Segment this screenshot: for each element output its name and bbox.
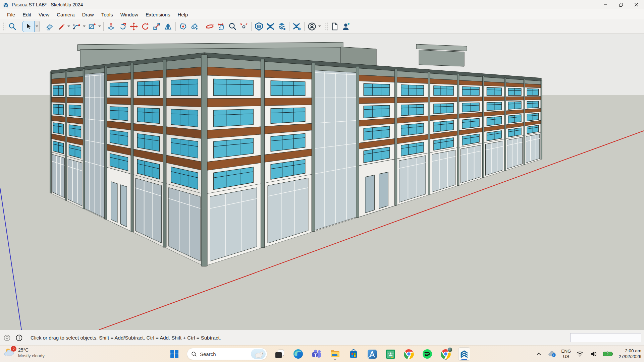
close-button[interactable] [629, 0, 644, 9]
extension-manager-icon[interactable] [291, 21, 303, 32]
orbit-tool-icon[interactable] [204, 21, 215, 32]
sketchup-app-icon[interactable] [458, 347, 470, 361]
rectangle-tool-icon[interactable] [86, 21, 98, 32]
account-dropdown[interactable] [318, 25, 321, 27]
flip-tool-icon[interactable] [162, 21, 174, 32]
move-tool-icon[interactable] [128, 21, 140, 32]
search-placeholder: Search [200, 351, 248, 357]
measurements-input[interactable] [570, 333, 641, 342]
3d-viewport[interactable] [0, 34, 644, 330]
clock-widget[interactable]: 2:00 am 27/02/2026 [619, 348, 641, 360]
menu-tools[interactable]: Tools [98, 10, 117, 19]
volume-icon[interactable] [589, 349, 598, 359]
arc-tool-icon[interactable] [71, 21, 82, 32]
share-model-icon[interactable] [276, 21, 287, 32]
rectangle-tool-dropdown[interactable] [98, 25, 101, 27]
weather-badge: 2 [11, 346, 16, 352]
new-document-icon[interactable] [329, 21, 340, 32]
profile-avatar [447, 347, 452, 352]
paint-bucket-tool-icon[interactable] [189, 21, 200, 32]
onedrive-icon[interactable] [548, 349, 556, 359]
search-icon [191, 351, 197, 357]
autocad-icon[interactable] [366, 347, 378, 361]
model-info-icon[interactable] [14, 333, 24, 343]
select-tool-dropdown[interactable] [35, 21, 40, 32]
geolocation-icon[interactable] [2, 333, 12, 343]
taskbar: 2 25°C Mostly cloudy Search [0, 345, 644, 362]
region-code: US [563, 354, 569, 359]
minimize-button[interactable] [598, 0, 613, 9]
desktop: Pascua ST LAB* - SketchUp 2024 File Edit… [0, 0, 644, 362]
wifi-icon[interactable] [576, 349, 584, 359]
extension-warehouse-icon[interactable] [265, 21, 276, 32]
spotify-icon[interactable] [421, 347, 433, 361]
google-classroom-icon[interactable] [384, 347, 396, 361]
tray-time: 2:00 am [625, 348, 641, 354]
menu-edit[interactable]: Edit [19, 10, 35, 19]
menu-view[interactable]: View [35, 10, 53, 19]
microsoft-store-icon[interactable] [347, 347, 360, 361]
taskbar-search[interactable]: Search [187, 348, 267, 360]
running-indicator [334, 359, 336, 360]
menu-help[interactable]: Help [174, 10, 192, 19]
sketchup-logo-icon [3, 2, 9, 8]
toolbar [0, 19, 644, 34]
offset-tool-icon[interactable] [177, 21, 189, 32]
search-tool-icon[interactable] [7, 21, 18, 32]
pan-tool-icon[interactable] [215, 21, 227, 32]
title-bar: Pascua ST LAB* - SketchUp 2024 [0, 0, 644, 9]
weather-temp: 25°C [18, 347, 45, 353]
status-bar: Click or drag to select objects. Shift =… [0, 330, 644, 345]
line-tool-icon[interactable] [55, 21, 67, 32]
menu-window[interactable]: Window [117, 10, 142, 19]
file-explorer-icon[interactable] [329, 347, 341, 361]
language-switcher[interactable]: ENG US [561, 349, 571, 359]
menu-bar: File Edit View Camera Draw Tools Window … [0, 9, 644, 19]
scale-tool-icon[interactable] [151, 21, 162, 32]
line-tool-dropdown[interactable] [67, 25, 70, 27]
rotate-tool-icon[interactable] [140, 21, 151, 32]
menu-extensions[interactable]: Extensions [142, 10, 174, 19]
tray-date: 27/02/2026 [619, 354, 641, 360]
search-highlight-bear-image[interactable] [251, 349, 266, 359]
menu-camera[interactable]: Camera [53, 10, 78, 19]
eraser-tool-icon[interactable] [44, 21, 55, 32]
weather-widget[interactable]: 2 25°C Mostly cloudy [3, 347, 45, 359]
chrome-profile-icon[interactable] [440, 347, 452, 361]
battery-charging-icon[interactable] [602, 349, 614, 359]
zoom-extents-tool-icon[interactable] [238, 21, 250, 32]
edge-icon[interactable] [292, 347, 304, 361]
select-tool-icon[interactable] [22, 21, 35, 32]
add-collaborator-icon[interactable] [340, 21, 352, 32]
select-tool[interactable] [22, 21, 40, 32]
menu-draw[interactable]: Draw [78, 10, 98, 19]
chrome-icon[interactable] [403, 347, 415, 361]
toolbar-grip-2[interactable] [325, 22, 328, 31]
weather-condition: Mostly cloudy [18, 353, 45, 359]
3d-warehouse-icon[interactable] [253, 21, 265, 32]
tray-chevron-up-icon[interactable] [534, 349, 543, 359]
push-pull-tool-icon[interactable] [105, 21, 117, 32]
restore-button[interactable] [613, 0, 629, 9]
system-tray: ENG US 2:00 am 27/02/2026 [534, 346, 641, 362]
window-title: Pascua ST LAB* - SketchUp 2024 [12, 2, 83, 7]
follow-me-tool-icon[interactable] [117, 21, 128, 32]
zoom-tool-icon[interactable] [227, 21, 238, 32]
menu-file[interactable]: File [3, 10, 19, 19]
arc-tool-dropdown[interactable] [83, 25, 86, 27]
active-indicator [461, 359, 467, 360]
weather-icon: 2 [3, 347, 15, 359]
account-icon[interactable] [306, 21, 318, 32]
teams-icon[interactable] [311, 347, 323, 361]
status-message: Click or drag to select objects. Shift =… [31, 335, 221, 341]
running-indicator [445, 359, 447, 360]
model-canvas[interactable] [0, 34, 644, 330]
start-button[interactable] [168, 347, 180, 361]
toolbar-grip[interactable] [3, 22, 5, 31]
task-view-button[interactable] [274, 347, 286, 361]
language-code: ENG [561, 349, 571, 354]
